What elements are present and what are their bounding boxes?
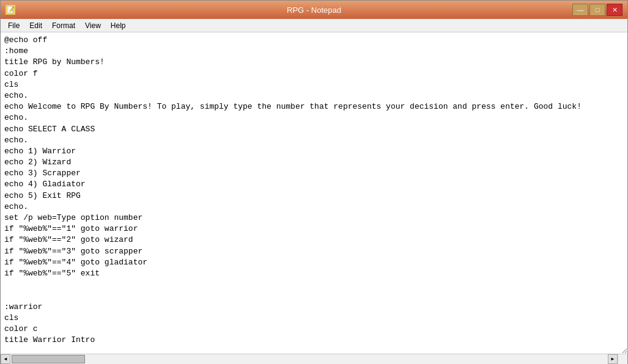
editor-area (1, 32, 627, 354)
menu-view[interactable]: View (80, 19, 106, 32)
maximize-button[interactable]: □ (589, 4, 605, 16)
menu-help[interactable]: Help (106, 19, 131, 32)
menu-edit[interactable]: Edit (24, 19, 47, 32)
window-controls: — □ ✕ (572, 4, 622, 16)
h-scroll-track[interactable] (10, 354, 608, 364)
title-bar-left: 📝 (6, 5, 19, 15)
menu-file[interactable]: File (3, 19, 24, 32)
h-scroll-thumb[interactable] (12, 355, 85, 363)
close-button[interactable]: ✕ (607, 4, 622, 16)
menu-bar: File Edit Format View Help (1, 19, 627, 32)
scroll-corner (618, 354, 627, 364)
notepad-window: 📝 RPG - Notepad — □ ✕ File Edit Format V… (0, 0, 628, 364)
bottom-area: ◀ ▶ (1, 354, 627, 363)
horizontal-scrollbar[interactable]: ◀ ▶ (1, 354, 618, 363)
menu-format[interactable]: Format (47, 19, 80, 32)
window-title: RPG - Notepad (0, 5, 628, 15)
app-icon: 📝 (6, 5, 15, 15)
title-bar: 📝 RPG - Notepad — □ ✕ (1, 1, 627, 19)
scroll-left-button[interactable]: ◀ (1, 354, 10, 364)
scroll-right-button[interactable]: ▶ (608, 354, 618, 364)
minimize-button[interactable]: — (572, 4, 588, 16)
text-editor[interactable] (1, 32, 627, 354)
